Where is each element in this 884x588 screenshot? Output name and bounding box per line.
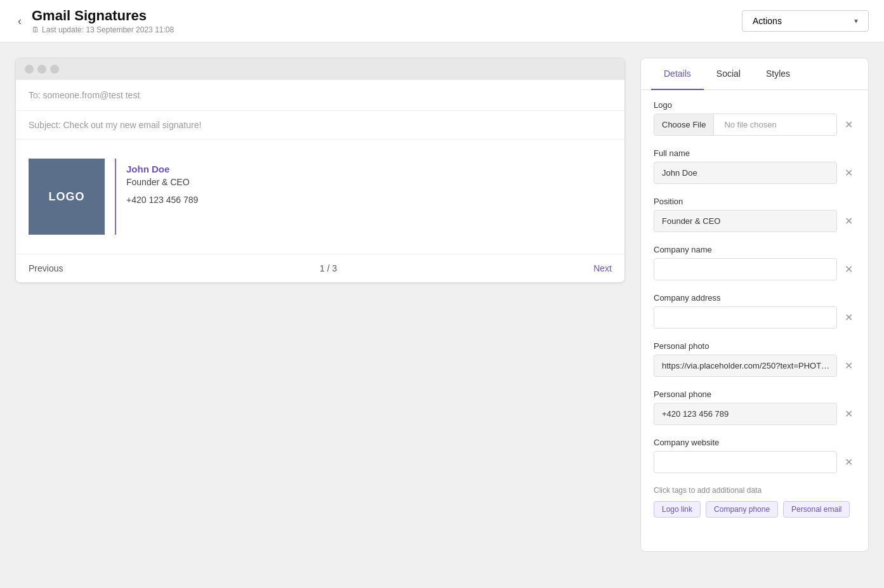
back-button[interactable]: ‹ [15, 12, 24, 30]
signature-block: LOGO John Doe Founder & CEO +420 123 456… [29, 159, 612, 235]
clear-fullname-button[interactable]: ✕ [842, 166, 855, 181]
field-label-personal-photo: Personal photo [654, 341, 855, 351]
page-title: Gmail Signatures [32, 8, 174, 24]
email-subject: Subject: Check out my new email signatur… [16, 111, 624, 140]
choose-file-button[interactable]: Choose File [654, 114, 714, 135]
field-group-personal-photo: Personal photo ✕ [654, 341, 855, 377]
actions-dropdown[interactable]: Actions ▾ [742, 10, 869, 32]
sig-title: Founder & CEO [126, 177, 198, 187]
tag-logo-link[interactable]: Logo link [654, 501, 701, 518]
field-group-fullname: Full name ✕ [654, 148, 855, 184]
file-chosen-text: No file chosen [719, 120, 781, 129]
field-group-logo: Logo Choose File No file chosen ✕ [654, 100, 855, 136]
window-dot-3 [50, 65, 59, 74]
actions-label: Actions [753, 16, 782, 26]
signature-info: John Doe Founder & CEO +420 123 456 789 [126, 159, 198, 235]
tabs: Details Social Styles [641, 58, 868, 90]
field-label-company-name: Company name [654, 245, 855, 254]
window-chrome [16, 58, 624, 80]
logo-box: LOGO [29, 159, 105, 235]
email-window: To: someone.from@test test Subject: Chec… [15, 58, 625, 283]
clear-position-button[interactable]: ✕ [842, 214, 855, 229]
tags-list: Logo link Company phone Personal email [654, 501, 855, 518]
field-group-company-address: Company address ✕ [654, 293, 855, 329]
fields-container: Logo Choose File No file chosen ✕ Full n… [641, 90, 868, 540]
email-to: To: someone.from@test test [16, 80, 624, 111]
sig-phone: +420 123 456 789 [126, 195, 198, 205]
company-address-input[interactable] [654, 306, 837, 329]
field-row-logo: Choose File No file chosen ✕ [654, 114, 855, 136]
field-group-company-website: Company website ✕ [654, 438, 855, 473]
last-update: 🗓 Last update: 13 September 2023 11:08 [32, 25, 174, 34]
window-dot-1 [25, 65, 34, 74]
calendar-icon: 🗓 [32, 25, 39, 34]
field-label-personal-phone: Personal phone [654, 389, 855, 399]
personal-photo-input[interactable] [654, 355, 837, 377]
details-panel: Details Social Styles Logo Choose File N… [640, 58, 869, 552]
header: ‹ Gmail Signatures 🗓 Last update: 13 Sep… [0, 0, 884, 42]
email-preview-panel: To: someone.from@test test Subject: Chec… [15, 58, 625, 552]
field-group-position: Position ✕ [654, 197, 855, 232]
field-row-company-address: ✕ [654, 306, 855, 329]
field-row-personal-photo: ✕ [654, 355, 855, 377]
pagination-info: 1 / 3 [320, 263, 337, 273]
tags-hint: Click tags to add additional data [654, 486, 855, 495]
header-left: ‹ Gmail Signatures 🗓 Last update: 13 Sep… [15, 8, 174, 34]
last-update-text: Last update: 13 September 2023 11:08 [42, 25, 174, 34]
divider-line [115, 159, 116, 235]
tag-company-phone[interactable]: Company phone [706, 501, 778, 518]
field-label-company-address: Company address [654, 293, 855, 303]
clear-personal-phone-button[interactable]: ✕ [842, 407, 855, 422]
file-input-container: Choose File No file chosen [654, 114, 837, 136]
field-group-company-name: Company name ✕ [654, 245, 855, 280]
field-row-personal-phone: ✕ [654, 403, 855, 425]
window-dot-2 [37, 65, 46, 74]
sig-name: John Doe [126, 164, 198, 174]
clear-company-name-button[interactable]: ✕ [842, 262, 855, 277]
tab-styles[interactable]: Styles [753, 58, 803, 90]
tag-personal-email[interactable]: Personal email [783, 501, 850, 518]
field-row-company-website: ✕ [654, 451, 855, 473]
company-name-input[interactable] [654, 258, 837, 280]
field-label-logo: Logo [654, 100, 855, 110]
field-group-personal-phone: Personal phone ✕ [654, 389, 855, 425]
clear-company-address-button[interactable]: ✕ [842, 310, 855, 325]
fullname-input[interactable] [654, 162, 837, 184]
chevron-down-icon: ▾ [854, 16, 858, 25]
field-label-fullname: Full name [654, 148, 855, 158]
position-input[interactable] [654, 210, 837, 232]
personal-phone-input[interactable] [654, 403, 837, 425]
main-content: To: someone.from@test test Subject: Chec… [0, 42, 884, 567]
tab-social[interactable]: Social [704, 58, 753, 90]
field-row-company-name: ✕ [654, 258, 855, 280]
title-group: Gmail Signatures 🗓 Last update: 13 Septe… [32, 8, 174, 34]
field-label-company-website: Company website [654, 438, 855, 447]
clear-company-website-button[interactable]: ✕ [842, 455, 855, 470]
field-row-fullname: ✕ [654, 162, 855, 184]
tags-section: Click tags to add additional data Logo l… [654, 486, 855, 518]
email-body: LOGO John Doe Founder & CEO +420 123 456… [16, 140, 624, 254]
pagination-next-button[interactable]: Next [593, 263, 612, 273]
company-website-input[interactable] [654, 451, 837, 473]
field-row-position: ✕ [654, 210, 855, 232]
clear-logo-button[interactable]: ✕ [842, 117, 855, 133]
email-pagination: Previous 1 / 3 Next [16, 254, 624, 282]
tab-details[interactable]: Details [651, 58, 704, 90]
pagination-prev-button[interactable]: Previous [29, 263, 63, 273]
clear-personal-photo-button[interactable]: ✕ [842, 358, 855, 374]
field-label-position: Position [654, 197, 855, 206]
